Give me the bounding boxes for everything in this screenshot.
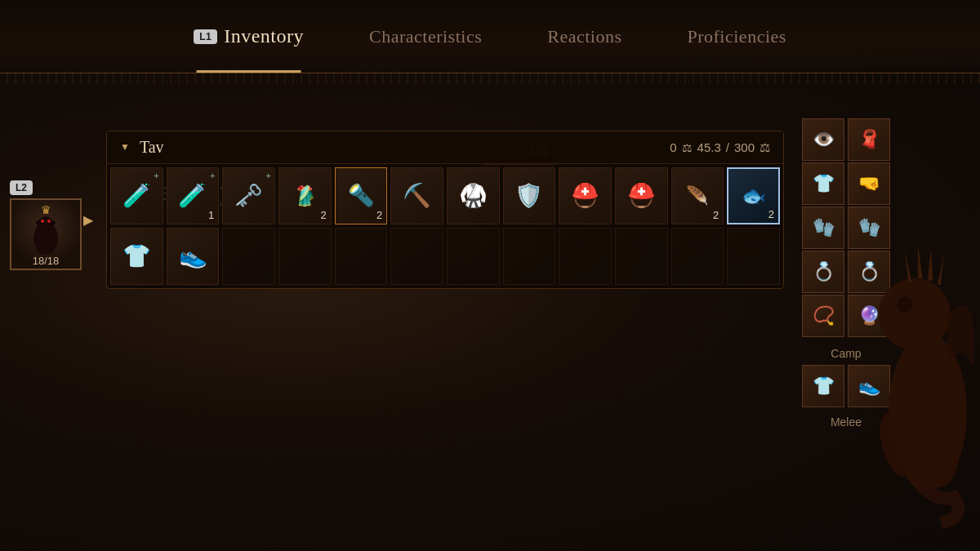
svg-marker-10: [928, 247, 933, 280]
item-slot-3[interactable]: 🥻 2: [278, 167, 332, 224]
character-count: 18/18: [33, 255, 60, 267]
item-count-1: 1: [208, 209, 214, 221]
item-slot-11[interactable]: 🐟 2: [727, 167, 780, 224]
tab-proficiencies[interactable]: Proficiencies: [654, 0, 818, 73]
item-slot-r2-7[interactable]: [503, 228, 556, 285]
item-icon-0: 🧪: [122, 184, 151, 207]
items-grid: 🧪 + 🧪 + 1 🗝️ + 🥻 2 🔦 2 ⛏️: [107, 164, 783, 288]
item-add-2: +: [266, 171, 271, 180]
gold-amount: 0: [670, 140, 676, 154]
l2-badge: L2: [10, 180, 33, 195]
item-slot-r2-5[interactable]: [390, 228, 443, 285]
weight-current: 45.3: [697, 140, 721, 154]
chest-icon: 👕: [813, 173, 835, 194]
item-slot-0[interactable]: 🧪 +: [110, 167, 163, 224]
item-slot-9[interactable]: ⛑️: [615, 167, 668, 224]
item-slot-r2-11[interactable]: [727, 228, 780, 285]
tab-characteristics[interactable]: Characteristics: [336, 0, 514, 73]
svg-marker-11: [938, 252, 944, 285]
item-slot-7[interactable]: 🛡️: [503, 167, 556, 224]
equip-slot-ring1[interactable]: 💍: [802, 251, 844, 293]
party-header[interactable]: ▼ Tav 0 ⚖ 45.3 / 300 ⚖: [107, 131, 783, 164]
item-slot-6[interactable]: 🥋: [447, 167, 500, 224]
creature-silhouette-container: [849, 65, 980, 551]
gloves-icon: 🧤: [813, 217, 835, 238]
dragon-silhouette: [849, 143, 980, 551]
item-slot-r2-9[interactable]: [615, 228, 668, 285]
item-slot-1[interactable]: 🧪 + 1: [167, 167, 220, 224]
weight-unit-icon: ⚖: [760, 140, 770, 155]
amulet-icon: 📿: [813, 305, 835, 327]
item-slot-r2-10[interactable]: [671, 228, 724, 285]
item-icon-r2-1: 👟: [179, 245, 207, 268]
nav-border-decoration: [0, 73, 980, 83]
weight-separator: /: [726, 140, 729, 154]
item-slot-4[interactable]: 🔦 2: [335, 167, 388, 224]
l1-badge: L1: [194, 29, 217, 44]
items-row-1: 🧪 + 🧪 + 1 🗝️ + 🥻 2 🔦 2 ⛏️: [110, 167, 780, 224]
item-slot-2[interactable]: 🗝️ +: [222, 167, 275, 224]
arrow-indicator: ▶: [83, 212, 93, 228]
item-slot-5[interactable]: ⛏️: [390, 167, 443, 224]
svg-point-4: [41, 220, 44, 223]
weight-info: 0 ⚖ 45.3 / 300 ⚖: [670, 140, 770, 155]
head-icon: 👁️: [813, 129, 835, 150]
item-slot-r2-0[interactable]: 👕: [110, 228, 163, 285]
svg-marker-9: [918, 244, 923, 278]
svg-point-12: [897, 296, 912, 312]
item-slot-8[interactable]: ⛑️: [559, 167, 612, 224]
item-slot-r2-6[interactable]: [447, 228, 500, 285]
item-count-10: 2: [713, 209, 719, 221]
item-icon-2: 🗝️: [234, 184, 263, 207]
equip-slot-amulet[interactable]: 📿: [802, 295, 844, 337]
item-slot-r2-1[interactable]: 👟: [167, 228, 220, 285]
item-icon-11: 🐟: [742, 186, 766, 206]
item-icon-8: ⛑️: [571, 184, 599, 207]
item-icon-7: 🛡️: [514, 184, 543, 207]
weight-max: 300: [734, 140, 755, 154]
expand-arrow-icon: ▼: [120, 141, 130, 153]
tab-proficiencies-label: Proficiencies: [687, 26, 786, 47]
ring1-icon: 💍: [813, 261, 835, 282]
item-slot-r2-8[interactable]: [559, 228, 612, 285]
svg-point-5: [47, 220, 51, 223]
tab-reactions-label: Reactions: [547, 26, 621, 47]
tab-characteristics-label: Characteristics: [369, 26, 482, 47]
inventory-panel: ▼ Tav 0 ⚖ 45.3 / 300 ⚖ 🧪 + 🧪 + 1 🗝️ +: [106, 131, 784, 289]
item-icon-4: 🔦: [348, 185, 374, 207]
avatar-creature-icon: [25, 210, 66, 259]
item-slot-10[interactable]: 🪶 2: [671, 167, 724, 224]
equip-slot-gloves[interactable]: 🧤: [802, 207, 844, 249]
crown-icon: ♛: [41, 203, 51, 217]
camp-item-1-icon: 👕: [813, 375, 835, 397]
item-icon-1: 🧪: [178, 184, 207, 207]
item-icon-9: ⛑️: [627, 184, 656, 207]
item-add-0: +: [154, 171, 158, 180]
item-count-11: 2: [768, 208, 774, 220]
tab-reactions[interactable]: Reactions: [514, 0, 654, 73]
currency-icon: ⚖: [682, 141, 693, 154]
character-avatar[interactable]: ♛ 18/18: [10, 198, 82, 270]
svg-marker-8: [905, 249, 911, 282]
item-icon-r2-0: 👕: [122, 245, 151, 268]
item-icon-5: ⛏️: [403, 184, 431, 207]
top-navigation: L1 Inventory Characteristics Reactions P…: [0, 0, 980, 73]
item-slot-r2-4[interactable]: [335, 228, 388, 285]
items-row-2: 👕 👟: [110, 228, 780, 285]
svg-point-7: [879, 278, 951, 350]
item-slot-r2-3[interactable]: [278, 228, 332, 285]
item-add-1: +: [210, 171, 215, 180]
party-name: Tav: [140, 138, 670, 157]
item-icon-10: 🪶: [686, 187, 708, 205]
item-icon-3: 🥻: [292, 186, 317, 206]
item-count-3: 2: [320, 209, 326, 221]
equip-slot-chest[interactable]: 👕: [802, 162, 844, 205]
character-panel: L2 ♛ 18/18: [10, 180, 87, 270]
tab-inventory-label: Inventory: [224, 25, 304, 47]
item-count-4: 2: [376, 209, 382, 221]
item-icon-6: 🥋: [459, 184, 488, 207]
item-slot-r2-2[interactable]: [222, 228, 275, 285]
camp-slot-1[interactable]: 👕: [802, 365, 844, 407]
tab-inventory[interactable]: L1 Inventory: [161, 0, 336, 73]
equip-slot-head[interactable]: 👁️: [802, 118, 844, 161]
